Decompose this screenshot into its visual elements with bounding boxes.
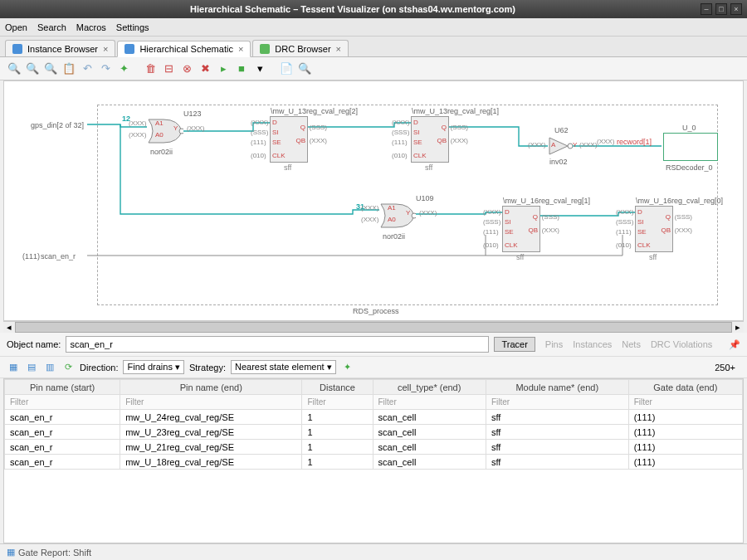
col-pin-end[interactable]: Pin name (end) — [120, 380, 302, 395]
col-module[interactable]: Module name* (end) — [486, 380, 628, 395]
zoom-out-icon[interactable]: 🔍 — [25, 61, 40, 76]
recword-label: recword[1] — [617, 138, 652, 146]
filter-input[interactable]: Filter — [5, 395, 120, 410]
table-row[interactable]: scan_en_rmw_U_21reg_cval_reg/SE1scan_cel… — [5, 440, 743, 455]
minimize-button[interactable]: – — [701, 3, 712, 15]
results-table: Pin name (start) Pin name (end) Distance… — [3, 378, 744, 543]
col-gatedata[interactable]: Gate data (end) — [628, 380, 742, 395]
tab-drc-browser[interactable]: DRC Browser × — [252, 40, 349, 56]
remove-net-icon[interactable]: ⊗ — [179, 61, 194, 76]
pins-button[interactable]: Pins — [545, 339, 563, 349]
tab-close-icon[interactable]: × — [103, 44, 108, 54]
redo-icon[interactable]: ↷ — [98, 61, 113, 76]
close-button[interactable]: × — [730, 3, 742, 15]
dropdown-icon[interactable]: ▾ — [252, 61, 267, 76]
ff-mw-u13-2[interactable]: \mw_U_13reg_cval_reg[2] sff D SI SE CLK … — [270, 116, 308, 163]
direction-label: Direction: — [80, 363, 118, 373]
remove-instance-icon[interactable]: ⊟ — [161, 61, 176, 76]
clear-icon[interactable]: ✖ — [198, 61, 212, 76]
svg-point-1 — [412, 213, 416, 218]
table-header: Pin name (start) Pin name (end) Distance… — [5, 380, 743, 395]
table-row[interactable]: scan_en_rmw_U_18reg_cval_reg/SE1scan_cel… — [5, 455, 743, 470]
col-pin-start[interactable]: Pin name (start) — [5, 380, 120, 395]
ff-mw-u13-1[interactable]: \mw_U_13reg_cval_reg[1] sff D SI SE CLK … — [411, 116, 449, 163]
instance-icon — [12, 44, 22, 54]
tab-close-icon[interactable]: × — [336, 44, 341, 54]
strategy-label: Strategy: — [189, 363, 226, 373]
filter-input[interactable]: Filter — [486, 395, 628, 410]
table-row[interactable]: scan_en_rmw_U_24reg_cval_reg/SE1scan_cel… — [5, 410, 743, 425]
col-celltype[interactable]: cell_type* (end) — [373, 380, 486, 395]
gate-u62[interactable]: U62 inv02 (XXX) A Y (XXX) — [548, 136, 573, 158]
gate-report-icon: ▦ — [7, 547, 15, 558]
strategy-select[interactable]: Nearest state element ▾ — [231, 360, 336, 374]
copy-icon[interactable]: 📋 — [61, 61, 76, 76]
tab-close-icon[interactable]: × — [238, 44, 243, 54]
expand-icon[interactable]: ▸ — [216, 61, 231, 76]
drc-violations-button[interactable]: DRC Violations — [651, 339, 712, 349]
window-title: Hierarchical Schematic – Tessent Visuali… — [5, 4, 701, 14]
export-icon[interactable]: 📄 — [279, 61, 294, 76]
status-bar: ▦ Gate Report: Shift — [0, 543, 747, 560]
table-row[interactable]: scan_en_rmw_U_23reg_cval_reg/SE1scan_cel… — [5, 425, 743, 440]
menu-settings[interactable]: Settings — [116, 22, 149, 32]
menu-macros[interactable]: Macros — [76, 22, 106, 32]
menu-bar: Open Search Macros Settings — [0, 18, 747, 37]
tab-hierarchical-schematic[interactable]: Hierarchical Schematic × — [117, 41, 251, 57]
object-name-label: Object name: — [7, 339, 61, 349]
filter-input[interactable]: Filter — [373, 395, 486, 410]
col-distance[interactable]: Distance — [302, 380, 373, 395]
object-row: Object name: Tracer Pins Instances Nets … — [0, 333, 747, 357]
direction-select[interactable]: Find drains ▾ — [123, 360, 183, 374]
tracer-button[interactable]: Tracer — [494, 337, 535, 352]
filter-input[interactable]: Filter — [120, 395, 302, 410]
gate-u123[interactable]: U123 nor02ii (XXX) (XXX) A1 A0 Y (XXX) — [147, 118, 183, 146]
filter-input[interactable]: Filter — [302, 395, 373, 410]
window-titlebar: Hierarchical Schematic – Tessent Visuali… — [0, 0, 747, 18]
zoom-in-icon[interactable]: 🔍 — [7, 61, 22, 76]
result-count: 250+ — [715, 363, 740, 373]
filter-input[interactable]: Filter — [628, 395, 742, 410]
search-icon[interactable]: 🔍 — [297, 61, 312, 76]
nets-button[interactable]: Nets — [622, 339, 641, 349]
refresh-icon[interactable]: ✦ — [116, 61, 131, 76]
tool-icon-2[interactable]: ▤ — [25, 361, 38, 374]
menu-search[interactable]: Search — [37, 22, 66, 32]
object-name-input[interactable] — [66, 336, 489, 353]
decoder-block[interactable]: U_0 RSDecoder_0 — [663, 133, 718, 161]
filter-row: Filter Filter Filter Filter Filter Filte… — [5, 395, 743, 410]
tab-label: Instance Browser — [27, 44, 98, 54]
highlight-icon[interactable]: ■ — [234, 61, 249, 76]
run-icon[interactable]: ✦ — [341, 361, 354, 374]
tab-instance-browser[interactable]: Instance Browser × — [5, 40, 115, 56]
ff-mw-u16-0[interactable]: \mw_U_16reg_cval_reg[0] sff D SI SE CLK … — [635, 206, 673, 252]
status-text: Gate Report: Shift — [18, 548, 91, 558]
pin-icon[interactable]: 📌 — [729, 339, 740, 350]
maximize-button[interactable]: □ — [715, 3, 727, 15]
tool-icon-1[interactable]: ▦ — [7, 361, 20, 374]
svg-point-0 — [179, 129, 183, 134]
undo-icon[interactable]: ↶ — [80, 61, 95, 76]
delete-icon[interactable]: 🗑 — [143, 61, 158, 76]
instances-button[interactable]: Instances — [573, 339, 612, 349]
schematic-icon — [124, 44, 134, 54]
schematic-canvas[interactable]: RDS_process gps_din[2 of 32] scan_en_r (… — [3, 80, 744, 321]
direction-row: ▦ ▤ ▥ ⟳ Direction: Find drains ▾ Strateg… — [0, 357, 747, 378]
drc-icon — [260, 44, 270, 54]
schematic-toolbar: 🔍 🔍 🔍 📋 ↶ ↷ ✦ 🗑 ⊟ ⊗ ✖ ▸ ■ ▾ 📄 🔍 — [0, 57, 747, 80]
refresh-icon[interactable]: ⟳ — [61, 361, 75, 374]
gate-u109[interactable]: U109 nor02ii (XXX) (XXX) A1 A0 Y (XXX) — [379, 202, 416, 231]
tool-icon-3[interactable]: ▥ — [43, 361, 56, 374]
wires — [4, 81, 744, 321]
zoom-fit-icon[interactable]: 🔍 — [43, 61, 58, 76]
menu-open[interactable]: Open — [5, 22, 27, 32]
tab-label: Hierarchical Schematic — [139, 44, 232, 54]
ff-mw-u16-1[interactable]: \mw_U_16reg_cval_reg[1] sff D SI SE CLK … — [502, 206, 540, 252]
tab-label: DRC Browser — [275, 44, 330, 54]
canvas-hscroll[interactable]: ◂ ▸ — [3, 321, 744, 333]
tabs: Instance Browser × Hierarchical Schemati… — [0, 37, 747, 57]
